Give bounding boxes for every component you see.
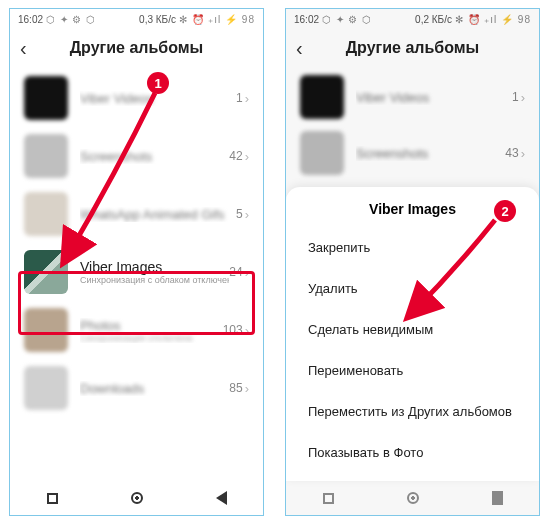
menu-item-pin[interactable]: Закрепить [286, 227, 539, 268]
title-bar: ‹ Другие альбомы [10, 27, 263, 69]
album-thumb [24, 308, 68, 352]
chevron-right-icon: › [245, 207, 249, 222]
album-subtitle: Синхронизация с облаком отключена [80, 275, 229, 285]
album-name: Viber Images [80, 259, 229, 275]
status-bar: 16:02 ⬡ ✦ ⚙ ⬡ 0,3 КБ/с ✻ ⏰ ₊ıl ⚡ 98 [10, 9, 263, 27]
home-icon[interactable] [131, 492, 143, 504]
android-navbar [286, 481, 539, 515]
menu-item-rename[interactable]: Переименовать [286, 350, 539, 391]
chevron-right-icon: › [245, 149, 249, 164]
recent-apps-icon[interactable] [323, 493, 334, 504]
album-row-viber-images[interactable]: Viber Images Синхронизация с облаком отк… [10, 243, 263, 301]
callout-badge-2: 2 [494, 200, 516, 222]
album-row[interactable]: Viber Videos 1› [10, 69, 263, 127]
album-list: Viber Videos 1› Screenshots 42› WhatsApp… [10, 69, 263, 417]
menu-item-delete[interactable]: Удалить [286, 268, 539, 309]
callout-badge-1: 1 [147, 72, 169, 94]
album-thumb [24, 250, 68, 294]
album-thumb [24, 192, 68, 236]
album-row[interactable]: Screenshots 42› [10, 127, 263, 185]
album-thumb [24, 134, 68, 178]
phone-screenshot-right: 16:02 ⬡ ✦ ⚙ ⬡ 0,2 КБ/с ✻ ⏰ ₊ıl ⚡ 98 ‹ Др… [285, 8, 540, 516]
chevron-right-icon: › [245, 265, 249, 280]
album-thumb [24, 366, 68, 410]
chevron-right-icon: › [245, 323, 249, 338]
chevron-right-icon: › [245, 91, 249, 106]
album-row[interactable]: Downloads 85› [10, 359, 263, 417]
recent-apps-icon[interactable] [47, 493, 58, 504]
chevron-right-icon: › [245, 381, 249, 396]
album-row[interactable]: PhotosСинхронизация отключена 103› [10, 301, 263, 359]
album-thumb [24, 76, 68, 120]
back-nav-icon[interactable] [216, 491, 227, 505]
menu-item-show-in-photos[interactable]: Показывать в Фото [286, 432, 539, 473]
back-nav-icon[interactable] [492, 491, 503, 505]
page-title: Другие альбомы [20, 39, 253, 57]
android-navbar [10, 481, 263, 515]
phone-screenshot-left: 16:02 ⬡ ✦ ⚙ ⬡ 0,3 КБ/с ✻ ⏰ ₊ıl ⚡ 98 ‹ Др… [9, 8, 264, 516]
context-menu-sheet: Viber Images Закрепить Удалить Сделать н… [286, 187, 539, 481]
menu-item-move[interactable]: Переместить из Других альбомов [286, 391, 539, 432]
album-row[interactable]: WhatsApp Animated Gifs 5› [10, 185, 263, 243]
home-icon[interactable] [407, 492, 419, 504]
menu-item-make-invisible[interactable]: Сделать невидимым [286, 309, 539, 350]
